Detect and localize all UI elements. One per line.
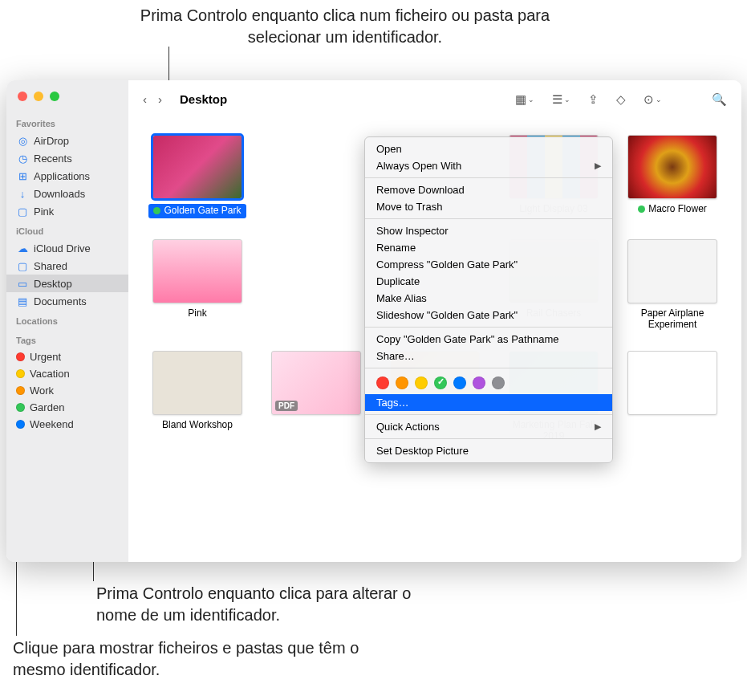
file-item[interactable]: Macro Flower (621, 135, 724, 218)
menu-item-tags[interactable]: Tags… (365, 394, 612, 411)
desktop-icon: ▭ (16, 277, 29, 290)
sidebar-item-weekend[interactable]: Weekend (6, 416, 128, 433)
file-name: Macro Flower (638, 204, 707, 215)
sidebar-item-label: Urgent (30, 351, 61, 363)
menu-item-compress-golden-gate-park[interactable]: Compress "Golden Gate Park" (365, 256, 612, 273)
menu-item-set-desktop-picture[interactable]: Set Desktop Picture (365, 442, 612, 459)
cloud-icon: ☁ (16, 242, 29, 254)
menu-item-always-open-with[interactable]: Always Open With▶ (365, 157, 612, 174)
tag-color-swatch[interactable] (492, 376, 505, 389)
sidebar-item-vacation[interactable]: Vacation (6, 365, 128, 382)
file-item[interactable]: Paper Airplane Experiment (621, 239, 724, 331)
file-name: Pink (188, 308, 206, 319)
sidebar-item-label: Recents (34, 153, 72, 165)
menu-item-label: Set Desktop Picture (376, 445, 469, 457)
group-button[interactable]: ☰ ⌄ (547, 91, 575, 108)
more-button[interactable]: ⊙ ⌄ (639, 91, 667, 108)
file-thumbnail (152, 135, 242, 199)
menu-item-label: Rename (376, 242, 416, 254)
tag-dot-icon (16, 352, 25, 361)
menu-item-label: Share… (376, 350, 415, 362)
context-menu: OpenAlways Open With▶Remove DownloadMove… (364, 136, 613, 463)
submenu-chevron-icon: ▶ (595, 161, 601, 171)
sidebar-item-downloads[interactable]: ↓Downloads (6, 185, 128, 202)
tag-dot-icon (153, 207, 160, 214)
sidebar-item-airdrop[interactable]: ◎AirDrop (6, 132, 128, 149)
file-thumbnail (627, 351, 717, 415)
tag-color-swatch[interactable] (453, 376, 466, 389)
apps-icon: ⊞ (16, 169, 29, 182)
forward-button[interactable]: › (153, 91, 167, 108)
menu-item-label: Open (376, 143, 402, 155)
view-icons-button[interactable]: ▦ ⌄ (510, 91, 539, 108)
sidebar-item-label: Desktop (34, 278, 72, 290)
file-item[interactable]: Pink (146, 239, 249, 331)
sidebar-item-icloud-drive[interactable]: ☁iCloud Drive (6, 239, 128, 257)
doc-icon: ▤ (16, 295, 29, 307)
leader-line (16, 562, 17, 636)
search-button[interactable]: 🔍 (707, 91, 732, 108)
sidebar-item-urgent[interactable]: Urgent (6, 348, 128, 365)
file-item[interactable]: PDF (265, 351, 367, 442)
menu-item-duplicate[interactable]: Duplicate (365, 273, 612, 290)
airdrop-icon: ◎ (16, 134, 29, 147)
close-button[interactable] (18, 92, 27, 101)
submenu-chevron-icon: ▶ (595, 421, 601, 432)
menu-separator (365, 177, 612, 178)
menu-item-rename[interactable]: Rename (365, 239, 612, 256)
sidebar-item-label: Garden (30, 401, 64, 413)
sidebar-item-garden[interactable]: Garden (6, 399, 128, 416)
pdf-badge: PDF (275, 401, 298, 411)
zoom-button[interactable] (50, 92, 59, 101)
menu-item-quick-actions[interactable]: Quick Actions▶ (365, 418, 612, 435)
menu-item-remove-download[interactable]: Remove Download (365, 181, 612, 198)
menu-item-share[interactable]: Share… (365, 348, 612, 364)
menu-item-label: Show Inspector (376, 225, 449, 237)
main-pane: ‹ › Desktop ▦ ⌄ ☰ ⌄ ⇪ ◇ ⊙ ⌄ 🔍 Golden Gat… (128, 80, 741, 562)
tags-button[interactable]: ◇ (611, 91, 631, 108)
annotation-bottom: Clique para mostrar ficheiros e pastas q… (13, 637, 366, 681)
menu-item-label: Tags… (376, 397, 408, 409)
annotation-mid: Prima Controlo enquanto clica para alter… (96, 583, 433, 626)
sidebar-item-label: Pink (34, 206, 54, 218)
clock-icon: ◷ (16, 152, 29, 165)
sidebar-item-pink[interactable]: ▢Pink (6, 202, 128, 220)
sidebar-item-applications[interactable]: ⊞Applications (6, 167, 128, 185)
menu-item-show-inspector[interactable]: Show Inspector (365, 222, 612, 239)
sidebar-item-documents[interactable]: ▤Documents (6, 292, 128, 310)
menu-item-copy-golden-gate-park-as-pathname[interactable]: Copy "Golden Gate Park" as Pathname (365, 331, 612, 348)
menu-separator (365, 368, 612, 368)
tag-color-swatch[interactable] (396, 376, 408, 389)
tag-color-swatch[interactable] (415, 376, 428, 389)
sidebar-item-shared[interactable]: ▢Shared (6, 257, 128, 275)
back-button[interactable]: ‹ (138, 91, 152, 108)
minimize-button[interactable] (34, 92, 43, 101)
sidebar-item-label: Applications (34, 170, 90, 182)
sidebar-item-recents[interactable]: ◷Recents (6, 149, 128, 167)
menu-item-open[interactable]: Open (365, 140, 612, 157)
menu-item-slideshow-golden-gate-park[interactable]: Slideshow "Golden Gate Park" (365, 307, 612, 324)
menu-separator (365, 218, 612, 219)
tag-color-swatch[interactable] (434, 376, 447, 389)
menu-item-label: Move to Trash (376, 201, 442, 213)
file-name: Golden Gate Park (148, 204, 246, 218)
menu-item-label: Duplicate (376, 275, 420, 287)
sidebar-header: Tags (6, 329, 128, 348)
menu-item-label: Quick Actions (376, 421, 440, 433)
sidebar-header: Favorites (6, 112, 128, 132)
sidebar-item-desktop[interactable]: ▭Desktop (6, 275, 128, 292)
annotation-top: Prima Controlo enquanto clica num fichei… (120, 5, 570, 48)
sidebar-item-work[interactable]: Work (6, 382, 128, 399)
menu-item-move-to-trash[interactable]: Move to Trash (365, 198, 612, 215)
file-item[interactable]: Bland Workshop (146, 351, 249, 442)
tag-color-swatch[interactable] (376, 376, 389, 389)
file-item[interactable]: Golden Gate Park (146, 135, 249, 218)
menu-item-label: Make Alias (376, 292, 427, 304)
tag-color-swatch[interactable] (473, 376, 485, 389)
menu-item-make-alias[interactable]: Make Alias (365, 290, 612, 307)
menu-item-label: Compress "Golden Gate Park" (376, 258, 518, 271)
file-item[interactable] (621, 351, 724, 442)
tag-color-row (365, 372, 612, 394)
file-thumbnail (627, 135, 717, 199)
share-button[interactable]: ⇪ (583, 91, 603, 108)
